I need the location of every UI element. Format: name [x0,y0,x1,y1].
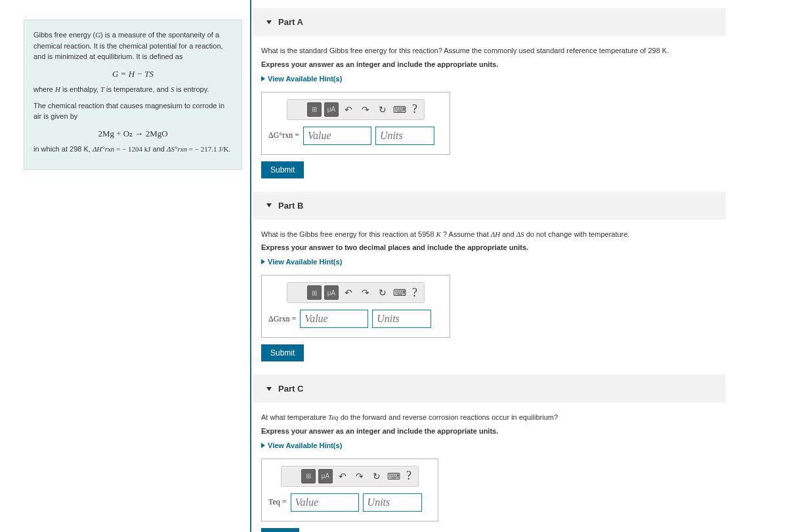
part-a-title: Part A [278,17,303,27]
part-c-body: At what temperature Teq do the forward a… [253,412,726,532]
part-c-hints-toggle[interactable]: View Available Hint(s) [261,441,718,449]
part-a-answer-row: ΔG°rxn = [268,127,443,145]
text: Gibbs free energy ( [33,31,95,39]
part-a-hints-toggle[interactable]: View Available Hint(s) [261,75,718,83]
part-c-instr: Express your answer as an integer and in… [261,427,718,435]
hints-label: View Available Hint(s) [268,75,342,83]
part-c-label: Teq = [268,497,287,507]
math-dS: ΔS°rxn [167,145,187,153]
redo-icon[interactable]: ↷ [358,285,373,300]
part-c-answer-box: ⊞ μA ↶ ↷ ↻ ⌨ ? Teq = [261,459,438,522]
math-G: G [95,31,100,39]
text: where [33,85,55,93]
undo-icon[interactable]: ↶ [335,469,350,483]
part-a-label: ΔG°rxn = [268,131,299,140]
template-icon[interactable]: ⊞ [301,469,316,483]
text: and [500,230,516,238]
chevron-right-icon [261,76,265,81]
part-c-question: At what temperature Teq do the forward a… [261,412,718,423]
reset-icon[interactable]: ↻ [375,285,390,300]
keyboard-icon[interactable]: ⌨ [392,285,407,300]
keyboard-icon[interactable]: ⌨ [387,469,401,483]
part-b-answer-row: ΔGrxn = [268,310,443,328]
text: is entropy. [174,85,209,93]
part-b-hints-toggle[interactable]: View Available Hint(s) [261,258,718,266]
template-icon[interactable]: ⊞ [307,285,322,300]
answer-toolbar: ⊞ μA ↶ ↷ ↻ ⌨ ? [287,99,425,120]
help-icon[interactable]: ? [409,286,420,300]
part-a-value-input[interactable] [303,127,371,145]
part-b-label: ΔGrxn = [268,314,296,324]
text: in which at 298 K, [33,145,93,153]
answer-toolbar: ⊞ μA ↶ ↷ ↻ ⌨ ? [281,466,419,487]
help-icon[interactable]: ? [404,469,414,483]
part-c-title: Part C [278,384,303,394]
math-K: K [436,230,441,238]
part-b-question: What is the Gibbs free energy for this r… [261,229,718,240]
part-b-body: What is the Gibbs free energy for this r… [253,229,726,362]
text: At what temperature [261,413,328,421]
gibbs-formula: G = H − TS [33,68,232,81]
divider-line [250,0,251,532]
part-a-instr: Express your answer as an integer and in… [261,60,718,68]
part-a-answer-box: ⊞ μA ↶ ↷ ↻ ⌨ ? ΔG°rxn = [261,92,450,155]
part-b-answer-box: ⊞ μA ↶ ↷ ↻ ⌨ ? ΔGrxn = [261,275,450,338]
part-b-header[interactable]: Part B [253,192,726,220]
chevron-down-icon [266,387,272,391]
part-a-submit-button[interactable]: Submit [261,161,304,178]
text: What is the Gibbs free energy for this r… [261,230,436,238]
math-dH: ΔH [491,230,500,238]
part-a-body: What is the standard Gibbs free energy f… [253,45,726,178]
hints-label: View Available Hint(s) [268,441,342,449]
redo-icon[interactable]: ↷ [352,469,367,483]
undo-icon[interactable]: ↶ [341,102,356,117]
part-c-units-input[interactable] [363,493,422,512]
template-icon[interactable]: ⊞ [307,102,322,117]
corrode-text: The chemical reaction that causes magnes… [33,100,232,122]
part-b-submit-button[interactable]: Submit [261,344,304,361]
math-Teq: Teq [328,413,339,421]
dS-value: = − 217.1 J/K. [187,145,230,153]
part-a-header[interactable]: Part A [253,8,726,36]
part-a-units-input[interactable] [375,127,434,145]
chevron-down-icon [266,20,272,24]
chevron-right-icon [261,443,265,448]
math-H: H [55,85,60,93]
reaction-formula: 2Mg + O₂ → 2MgO [33,127,232,140]
part-a-question: What is the standard Gibbs free energy f… [261,45,718,56]
partial-submit-bar [261,528,299,532]
dH-value: = − 1204 kJ [114,145,150,153]
intro-text: Gibbs free energy (G) is a measure of th… [33,30,232,62]
hints-label: View Available Hint(s) [268,258,342,266]
part-c-header[interactable]: Part C [253,375,726,403]
answer-toolbar: ⊞ μA ↶ ↷ ↻ ⌨ ? [287,282,425,303]
reset-icon[interactable]: ↻ [369,469,384,483]
chevron-down-icon [266,203,272,207]
part-b-instr: Express your answer to two decimal place… [261,243,718,251]
part-c-answer-row: Teq = [268,493,431,512]
part-b-value-input[interactable] [300,310,368,328]
symbols-icon[interactable]: μA [318,469,333,483]
where-text: where H is enthalpy, T is temperature, a… [33,84,232,95]
info-panel: Gibbs free energy (G) is a measure of th… [24,20,242,170]
redo-icon[interactable]: ↷ [358,102,373,117]
symbols-icon[interactable]: μA [324,285,339,300]
text: is temperature, and [104,85,171,93]
part-c-value-input[interactable] [291,493,359,512]
math-dH: ΔH°rxn [93,145,114,153]
part-b-units-input[interactable] [372,310,431,328]
math-dS: ΔS [516,230,524,238]
reset-icon[interactable]: ↻ [375,102,390,117]
main-content: Part A What is the standard Gibbs free e… [253,8,726,532]
text: ? Assume that [441,230,491,238]
chevron-right-icon [261,259,265,264]
text: and [151,145,167,153]
part-b-title: Part B [278,201,303,211]
symbols-icon[interactable]: μA [324,102,339,117]
undo-icon[interactable]: ↶ [341,285,356,300]
help-icon[interactable]: ? [409,102,420,116]
text: do not change with temperature. [524,230,630,238]
keyboard-icon[interactable]: ⌨ [392,102,407,117]
values-text: in which at 298 K, ΔH°rxn = − 1204 kJ an… [33,144,232,155]
text: do the forward and reverse corrosion rea… [339,413,558,421]
